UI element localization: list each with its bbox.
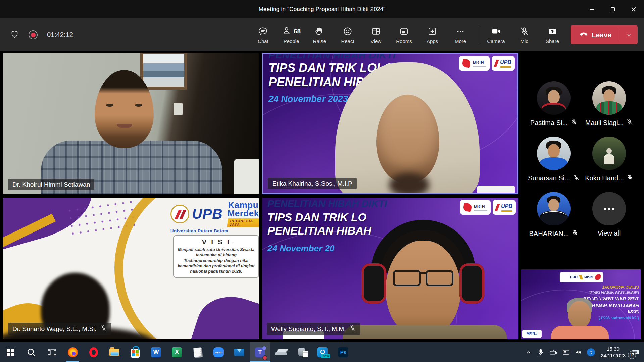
windows-logo-icon bbox=[7, 349, 14, 356]
people-button[interactable]: 68 People bbox=[277, 18, 305, 51]
raise-hand-button[interactable]: Raise bbox=[305, 18, 334, 51]
brin-mark-icon bbox=[463, 203, 472, 212]
mic-muted-icon bbox=[519, 26, 529, 37]
person-shirt bbox=[343, 325, 507, 339]
taskbar-opera[interactable] bbox=[83, 342, 104, 362]
person-face bbox=[376, 95, 439, 183]
notification-count-badge: 17 bbox=[628, 351, 636, 359]
leave-button[interactable]: Leave bbox=[571, 25, 638, 44]
participant-thumbnail-baharian[interactable]: BAHARIAN... bbox=[527, 192, 581, 238]
close-icon bbox=[631, 7, 636, 12]
share-label: Share bbox=[546, 38, 559, 44]
meeting-timer: 01:42:12 bbox=[47, 31, 73, 39]
eyeglasses bbox=[393, 270, 453, 286]
tray-hidden-icons-chevron[interactable] bbox=[524, 348, 533, 357]
taskbar-notepad[interactable] bbox=[187, 342, 208, 362]
upb-logo: UPB bbox=[492, 56, 515, 71]
upb-emblem-icon bbox=[170, 205, 189, 223]
upb-kampus-logos: UPB Kampus Merdeka INDONESIA JAYA Univer… bbox=[170, 201, 259, 234]
photoshop-icon: Ps bbox=[338, 347, 348, 357]
maximize-button[interactable] bbox=[602, 0, 623, 18]
close-button[interactable] bbox=[623, 0, 644, 18]
picture-frame bbox=[140, 53, 187, 90]
share-button[interactable]: Share bbox=[538, 18, 566, 51]
camera-button[interactable]: Camera bbox=[482, 18, 510, 51]
brin-mark-icon bbox=[462, 59, 471, 68]
taskbar-outlook[interactable]: O NEW bbox=[312, 342, 333, 362]
scan-capture-icon bbox=[298, 348, 305, 356]
taskbar-scan-capture[interactable] bbox=[291, 342, 312, 362]
more-label: More bbox=[455, 38, 466, 44]
window-title: Meeting in "Coaching Proposal Hibah Dikt… bbox=[259, 6, 386, 13]
zoom-icon: zoom bbox=[213, 347, 224, 357]
notification-center-button[interactable]: 17 bbox=[631, 347, 641, 358]
view-button[interactable]: View bbox=[362, 18, 390, 51]
rooms-button[interactable]: Rooms bbox=[390, 18, 418, 51]
participant-thumbnail-koko[interactable]: Koko Hand... bbox=[582, 137, 636, 183]
brin-text: BRIN bbox=[474, 204, 487, 209]
react-button[interactable]: React bbox=[334, 18, 362, 51]
taskbar-file-explorer[interactable] bbox=[104, 342, 125, 362]
brin-upb-logo-mirrored: BRIN UPB bbox=[560, 272, 603, 282]
participant-thumbnail-sunarsan[interactable]: Sunarsan Si... bbox=[527, 137, 581, 183]
taskbar-zoom[interactable]: zoom bbox=[208, 342, 229, 362]
search-button[interactable] bbox=[21, 342, 42, 362]
lppm-logo: LPPM bbox=[522, 330, 542, 338]
share-icon bbox=[547, 26, 557, 37]
video-tile-welly[interactable]: PENELITIAN HIBAH DIKTI TIPS DAN TRIK LO … bbox=[262, 198, 518, 339]
slide-logos: BRIN UPB bbox=[459, 56, 515, 71]
taskbar-microsoft-store[interactable] bbox=[125, 342, 146, 362]
video-stage: Dr. Khoirul Himmi Setiawan PENELITIAN HI… bbox=[0, 51, 644, 342]
taskbar-mail[interactable] bbox=[229, 342, 250, 362]
raise-label: Raise bbox=[313, 38, 326, 44]
toolbar-buttons: Chat 68 People Raise bbox=[249, 18, 475, 51]
tray-volume-icon[interactable] bbox=[574, 348, 583, 357]
video-tile-khoirul[interactable]: Dr. Khoirul Himmi Setiawan bbox=[3, 53, 259, 194]
participant-name: BAHARIAN... bbox=[529, 230, 569, 238]
indonesia-jaya-badge: INDONESIA JAYA bbox=[227, 218, 259, 227]
tray-microphone-icon[interactable] bbox=[536, 348, 545, 357]
taskbar-clock[interactable]: 15:30 24/11/2023 bbox=[599, 346, 628, 359]
participant-nametag: Dr. Khoirul Himmi Setiawan bbox=[8, 179, 94, 190]
tray-bluetooth-icon[interactable] bbox=[586, 348, 596, 357]
people-icon bbox=[282, 25, 292, 37]
taskbar-teams[interactable]: T bbox=[250, 342, 270, 362]
taskbar-excel[interactable]: X bbox=[166, 342, 187, 362]
taskbar-scanner[interactable] bbox=[270, 342, 291, 362]
start-button[interactable] bbox=[0, 342, 21, 362]
video-tile-etika[interactable]: PENELITIAN HIBAH DIKTI TIPS DAN TRIK LOL… bbox=[262, 53, 518, 194]
slide-title-line1: TIPS DAN TRIK LO bbox=[267, 211, 366, 224]
more-button[interactable]: More bbox=[446, 18, 475, 51]
video-tile-mirrored-speaker[interactable]: BRIN UPB CLINIC PROPOSAL PENELITIAN HIBA… bbox=[521, 269, 641, 339]
apps-button[interactable]: Apps bbox=[418, 18, 446, 51]
chat-button[interactable]: Chat bbox=[249, 18, 277, 51]
view-all-button[interactable]: View all bbox=[582, 192, 636, 237]
teams-meeting-window: Meeting in "Coaching Proposal Hibah Dikt… bbox=[0, 0, 644, 362]
tray-battery-icon[interactable] bbox=[548, 348, 558, 357]
slide-date: 24 November 20 bbox=[267, 243, 334, 254]
light-switch bbox=[174, 103, 183, 115]
participant-name: Mauli Siagi... bbox=[585, 119, 624, 127]
brin-logo: BRIN bbox=[460, 200, 491, 215]
mic-muted-icon bbox=[572, 229, 578, 238]
mic-button[interactable]: Mic bbox=[510, 18, 538, 51]
minimize-button[interactable] bbox=[582, 0, 602, 18]
taskbar-photoshop[interactable]: Ps bbox=[333, 342, 354, 362]
mic-muted-icon bbox=[626, 119, 633, 127]
upb-mark-icon bbox=[495, 204, 500, 211]
participant-thumbnail-pastima[interactable]: Pastima Si... bbox=[527, 81, 581, 127]
taskbar-firefox[interactable] bbox=[62, 342, 83, 362]
upb-text: UPB bbox=[501, 203, 512, 209]
tray-display-icon[interactable] bbox=[561, 348, 571, 357]
notepad-icon bbox=[193, 347, 202, 357]
clock-date: 24/11/2023 bbox=[601, 352, 626, 359]
taskbar-word[interactable]: W bbox=[146, 342, 166, 362]
leave-options-chevron[interactable] bbox=[620, 25, 638, 44]
participant-thumbnail-mauli[interactable]: Mauli Siagi... bbox=[582, 81, 636, 127]
video-tile-sunarto[interactable]: UPB Kampus Merdeka INDONESIA JAYA Univer… bbox=[3, 198, 259, 339]
slide-bottom-box bbox=[477, 186, 515, 193]
shield-icon bbox=[10, 30, 19, 40]
task-view-button[interactable] bbox=[42, 342, 62, 362]
outlook-icon: O NEW bbox=[317, 347, 328, 357]
slide-pretitle: PENELITIAN HIBAH DIKTI bbox=[268, 53, 396, 61]
